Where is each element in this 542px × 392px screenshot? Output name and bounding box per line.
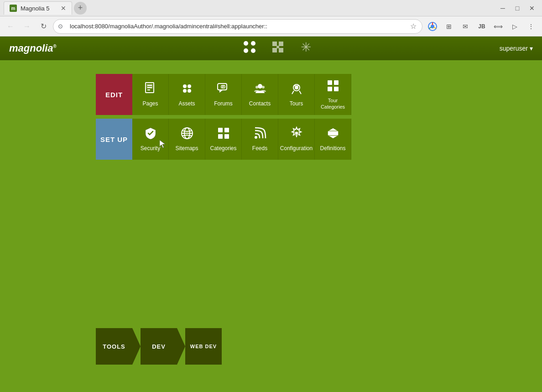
sitemaps-label: Sitemaps (175, 145, 198, 152)
svg-rect-46 (224, 134, 229, 139)
tools-section-label[interactable]: TOOLS (96, 328, 132, 365)
svg-point-20 (183, 84, 187, 88)
svg-point-8 (251, 48, 255, 53)
definitions-label: Definitions (320, 145, 345, 152)
edit-section-row: EDIT (96, 74, 351, 115)
contacts-label: Contacts (249, 100, 271, 107)
svg-point-7 (244, 48, 248, 53)
tab-favicon: m (10, 5, 17, 12)
username-label: superuser (500, 45, 528, 52)
tour-categories-label: TourCategories (321, 98, 345, 110)
pulse-icon[interactable] (271, 40, 285, 57)
nav-bar: ← → ↻ ⊙ localhost:8080/magnoliaAuthor/.m… (0, 16, 542, 37)
tab-title: Magnolia 5 (21, 5, 50, 12)
app-content: magnolia® (0, 37, 542, 392)
svg-rect-34 (328, 80, 332, 85)
nav-right-icons: ⊞ ✉ JB ⟺ ▷ ⋮ (425, 19, 538, 34)
configuration-tile[interactable]: Configuration (278, 119, 315, 160)
new-tab-button[interactable]: + (74, 2, 87, 15)
app-launcher: EDIT (0, 60, 542, 160)
asterisk-icon[interactable]: ✳ (299, 40, 313, 57)
feeds-icon (253, 126, 267, 142)
forward-button[interactable]: → (20, 20, 34, 33)
svg-rect-44 (224, 128, 229, 132)
pages-label: Pages (142, 100, 158, 107)
mail-icon[interactable]: ✉ (458, 19, 473, 34)
categories-icon (217, 126, 230, 142)
logo-text: magnolia® (9, 42, 57, 54)
svg-rect-24 (218, 84, 227, 90)
jb-icon[interactable]: JB (474, 19, 489, 34)
svg-rect-35 (334, 80, 339, 85)
maximize-button[interactable]: □ (511, 2, 524, 15)
close-button[interactable]: ✕ (526, 2, 538, 15)
tours-icon (290, 82, 303, 98)
categories-label: Categories (210, 145, 236, 152)
edit-section-label[interactable]: EDIT (96, 74, 132, 115)
tab-close-btn[interactable]: ✕ (61, 5, 66, 12)
back-button[interactable]: ← (4, 20, 17, 33)
pages-icon (144, 82, 157, 98)
svg-rect-18 (147, 89, 150, 90)
setup-section-row: SET UP Security (96, 119, 351, 160)
dev-section-label[interactable]: DEV (141, 328, 177, 365)
svg-line-3 (434, 27, 436, 28)
svg-rect-11 (272, 48, 277, 52)
svg-point-29 (255, 86, 258, 89)
webdev-section-label[interactable]: WEB DEV (185, 328, 222, 365)
translate-icon[interactable]: ⟺ (491, 19, 506, 34)
sitemaps-tile[interactable]: Sitemaps (169, 119, 205, 160)
dropdown-arrow: ▾ (530, 45, 533, 52)
configuration-label: Configuration (280, 145, 313, 152)
svg-point-28 (258, 84, 262, 89)
security-tile[interactable]: Security (132, 119, 169, 160)
cast-icon[interactable]: ▷ (507, 19, 522, 34)
assets-icon (180, 82, 194, 98)
lock-icon: ⊙ (58, 23, 63, 30)
app-topbar: magnolia® (0, 37, 542, 60)
browser-window: m Magnolia 5 ✕ + ─ □ ✕ ← → ↻ ⊙ localhost… (0, 0, 542, 392)
address-bar[interactable]: ⊙ localhost:8080/magnoliaAuthor/.magnoli… (53, 19, 422, 34)
svg-rect-12 (279, 48, 283, 52)
svg-rect-19 (146, 84, 153, 89)
feeds-tile[interactable]: Feeds (242, 119, 278, 160)
applauncher-icon[interactable] (242, 40, 257, 57)
svg-point-13 (276, 46, 279, 48)
security-label: Security (141, 145, 160, 152)
chrome-icon[interactable] (425, 19, 440, 34)
assets-tile[interactable]: Assets (169, 74, 205, 115)
definitions-icon (326, 126, 340, 142)
contacts-tile[interactable]: Contacts (242, 74, 278, 115)
svg-rect-45 (218, 134, 223, 139)
assets-label: Assets (178, 100, 195, 107)
forums-label: Forums (214, 100, 233, 107)
forums-tile[interactable]: Forums (205, 74, 242, 115)
svg-rect-37 (334, 87, 339, 91)
svg-rect-43 (218, 128, 223, 132)
extensions-icon[interactable]: ⊞ (442, 19, 456, 34)
bottom-sections: TOOLS DEV WEB DEV (96, 328, 222, 365)
more-icon[interactable]: ⋮ (524, 19, 538, 34)
forums-icon (217, 82, 230, 98)
setup-section-label[interactable]: SET UP (96, 119, 132, 160)
security-icon (144, 126, 157, 142)
window-controls: ─ □ ✕ (496, 2, 538, 15)
svg-point-32 (295, 86, 298, 89)
reload-button[interactable]: ↻ (36, 20, 50, 33)
contacts-icon (253, 82, 267, 98)
categories-tile[interactable]: Categories (205, 119, 242, 160)
svg-point-47 (255, 136, 257, 139)
browser-tab[interactable]: m Magnolia 5 ✕ (4, 1, 72, 15)
tour-categories-tile[interactable]: TourCategories (315, 74, 351, 115)
sitemaps-icon (180, 126, 194, 142)
pages-tile[interactable]: Pages (132, 74, 169, 115)
svg-marker-50 (328, 128, 339, 139)
tours-tile[interactable]: Tours (278, 74, 315, 115)
svg-rect-25 (221, 85, 225, 88)
bookmark-icon[interactable]: ☆ (410, 22, 417, 31)
svg-point-21 (188, 84, 191, 88)
magnolia-logo: magnolia® (9, 42, 57, 54)
definitions-tile[interactable]: Definitions (315, 119, 351, 160)
user-menu[interactable]: superuser ▾ (500, 45, 533, 52)
minimize-button[interactable]: ─ (496, 2, 509, 15)
